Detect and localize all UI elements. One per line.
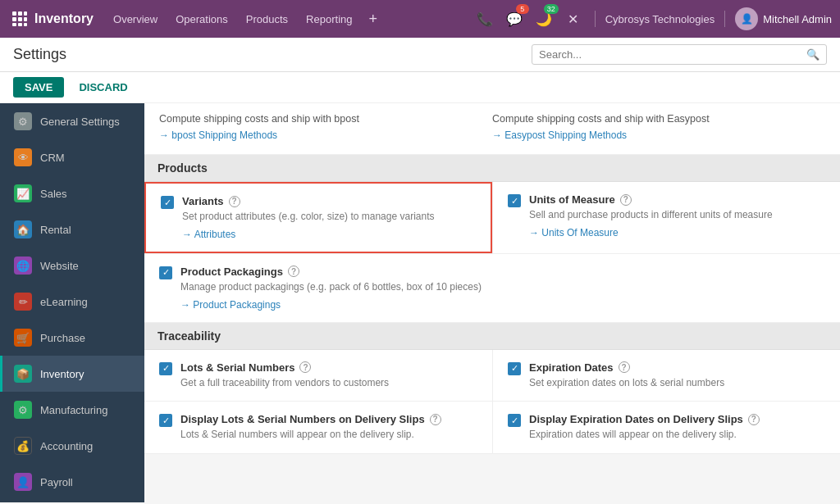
variants-wrap: Variants ? Set product attributes (e.g. … (161, 195, 476, 240)
payroll-icon: 👤 (14, 473, 32, 491)
expiration-desc: Set expiration dates on lots & serial nu… (529, 376, 724, 390)
expiration-help-icon[interactable]: ? (619, 361, 630, 373)
units-link[interactable]: → Units Of Measure (529, 227, 773, 238)
crm-icon: 👁 (14, 148, 32, 166)
display-lots-checkbox[interactable] (159, 414, 172, 427)
bpost-link[interactable]: → bpost Shipping Methods (159, 129, 492, 141)
units-cell: Units of Measure ? Sell and purchase pro… (492, 182, 840, 253)
bpost-text: Compute shipping costs and ship with bpo… (159, 113, 492, 125)
sidebar-label-crm: CRM (40, 152, 65, 164)
packagings-help-icon[interactable]: ? (288, 266, 299, 277)
packagings-desc: Manage product packagings (e.g. pack of … (180, 280, 482, 294)
variants-checkbox[interactable] (161, 196, 174, 209)
shipping-section: Compute shipping costs and ship with bpo… (144, 103, 840, 155)
svg-rect-2 (24, 11, 27, 16)
sidebar-item-inventory[interactable]: 📦 Inventory (0, 356, 144, 392)
lots-wrap: Lots & Serial Numbers ? Get a full trace… (159, 361, 477, 390)
bpost-cell: Compute shipping costs and ship with bpo… (159, 110, 492, 144)
user-name: Mitchell Admin (763, 13, 832, 25)
lots-desc: Get a full traceability from vendors to … (180, 376, 389, 390)
display-lots-content: Display Lots & Serial Numbers on Deliver… (180, 413, 441, 442)
packagings-content: Product Packagings ? Manage product pack… (180, 266, 482, 311)
chat-badge: 5 (516, 4, 529, 14)
nav-reporting[interactable]: Reporting (298, 10, 360, 29)
user-avatar: 👤 (735, 7, 758, 30)
nav-products[interactable]: Products (238, 10, 296, 29)
sidebar: ⚙ General Settings 👁 CRM 📈 Sales 🏠 Renta… (0, 103, 144, 502)
display-expiry-checkbox[interactable] (508, 414, 521, 427)
nav-menu: Overview Operations Products Reporting + (105, 10, 384, 29)
purchase-icon: 🛒 (14, 329, 32, 347)
display-expiry-title: Display Expiration Dates on Delivery Sli… (529, 413, 760, 425)
app-brand: Inventory (34, 11, 94, 26)
lots-content: Lots & Serial Numbers ? Get a full trace… (180, 361, 389, 390)
nav-operations[interactable]: Operations (167, 10, 236, 29)
accounting-icon: 💰 (14, 437, 32, 455)
display-expiry-desc: Expiration dates will appear on the deli… (529, 428, 760, 442)
variants-content: Variants ? Set product attributes (e.g. … (182, 195, 435, 240)
traceability-grid-row2: Display Lots & Serial Numbers on Deliver… (144, 402, 840, 454)
svg-rect-4 (18, 17, 22, 21)
sidebar-item-crm[interactable]: 👁 CRM (0, 139, 144, 175)
display-lots-desc: Lots & Serial numbers will appear on the… (180, 428, 441, 442)
save-button[interactable]: SAVE (13, 77, 64, 98)
packagings-checkbox[interactable] (159, 266, 172, 279)
easypost-link[interactable]: → Easypost Shipping Methods (492, 129, 825, 141)
sidebar-item-rental[interactable]: 🏠 Rental (0, 211, 144, 247)
packagings-title: Product Packagings ? (180, 266, 482, 278)
units-help-icon[interactable]: ? (620, 194, 632, 206)
main-layout: ⚙ General Settings 👁 CRM 📈 Sales 🏠 Renta… (0, 103, 840, 502)
sidebar-item-project[interactable]: ➕ Project (0, 500, 144, 502)
lots-checkbox[interactable] (159, 362, 172, 375)
units-title: Units of Measure ? (529, 193, 773, 206)
packagings-wrap: Product Packagings ? Manage product pack… (159, 266, 825, 311)
sidebar-item-elearning[interactable]: ✏ eLearning (0, 284, 144, 320)
variants-cell: Variants ? Set product attributes (e.g. … (144, 182, 492, 253)
easypost-text: Compute shipping costs and ship with Eas… (492, 113, 825, 125)
svg-rect-0 (12, 11, 16, 16)
products-section-header: Products (144, 155, 840, 182)
units-desc: Sell and purchase products in different … (529, 208, 773, 222)
sidebar-label-accounting: Accounting (40, 440, 93, 452)
elearning-icon: ✏ (14, 293, 32, 311)
variants-link[interactable]: → Attributes (182, 229, 435, 240)
easypost-cell: Compute shipping costs and ship with Eas… (492, 110, 825, 144)
moon-icon[interactable]: 🌙 32 (532, 7, 555, 30)
search-icon[interactable]: 🔍 (806, 48, 819, 61)
display-lots-help-icon[interactable]: ? (430, 414, 441, 425)
expiration-cell: Expiration Dates ? Set expiration dates … (492, 350, 840, 402)
sidebar-label-purchase: Purchase (40, 332, 85, 344)
expiration-checkbox[interactable] (508, 362, 521, 375)
app-grid-icon[interactable] (8, 7, 31, 30)
sidebar-item-payroll[interactable]: 👤 Payroll (0, 464, 144, 500)
nav-divider (595, 11, 596, 27)
packagings-link[interactable]: → Product Packagings (180, 299, 482, 311)
svg-rect-7 (18, 23, 22, 26)
sidebar-item-accounting[interactable]: 💰 Accounting (0, 428, 144, 464)
chat-icon[interactable]: 💬 5 (503, 7, 526, 30)
nav-add[interactable]: + (362, 11, 384, 28)
action-bar: SAVE DISCARD (0, 72, 840, 103)
manufacturing-icon: ⚙ (14, 401, 32, 419)
page-title: Settings (13, 46, 522, 63)
display-lots-title: Display Lots & Serial Numbers on Deliver… (180, 413, 441, 425)
sidebar-item-general-settings[interactable]: ⚙ General Settings (0, 103, 144, 139)
phone-icon[interactable]: 📞 (473, 7, 496, 30)
units-checkbox[interactable] (508, 194, 521, 207)
sidebar-item-sales[interactable]: 📈 Sales (0, 175, 144, 211)
user-menu[interactable]: 👤 Mitchell Admin (735, 7, 832, 30)
search-input[interactable] (539, 48, 806, 61)
sidebar-item-manufacturing[interactable]: ⚙ Manufacturing (0, 392, 144, 428)
units-content: Units of Measure ? Sell and purchase pro… (529, 193, 773, 238)
discard-button[interactable]: DISCARD (71, 77, 135, 98)
sales-icon: 📈 (14, 184, 32, 202)
close-icon[interactable]: ✕ (562, 7, 585, 30)
variants-help-icon[interactable]: ? (229, 196, 240, 207)
moon-badge: 32 (544, 4, 559, 14)
display-expiry-help-icon[interactable]: ? (748, 414, 760, 425)
display-expiry-cell: Display Expiration Dates on Delivery Sli… (492, 402, 840, 453)
nav-overview[interactable]: Overview (105, 10, 166, 29)
lots-help-icon[interactable]: ? (299, 361, 311, 373)
sidebar-item-website[interactable]: 🌐 Website (0, 247, 144, 284)
sidebar-item-purchase[interactable]: 🛒 Purchase (0, 320, 144, 356)
